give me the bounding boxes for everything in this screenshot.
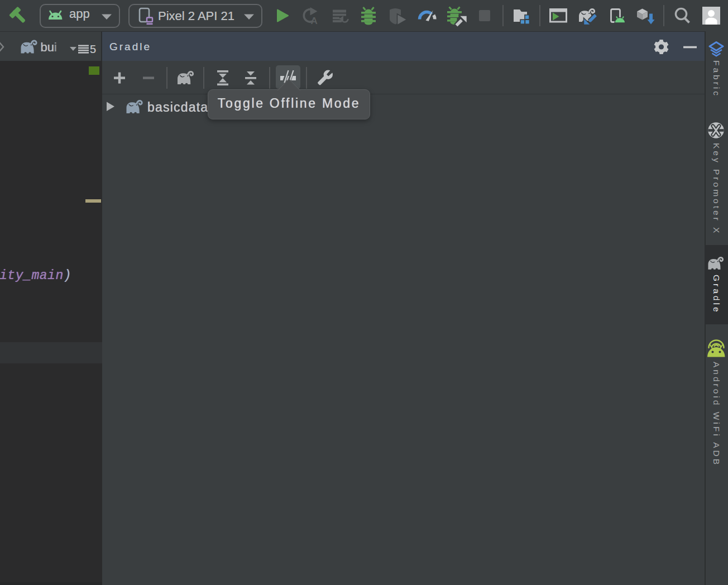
svg-text:A: A <box>311 16 318 26</box>
